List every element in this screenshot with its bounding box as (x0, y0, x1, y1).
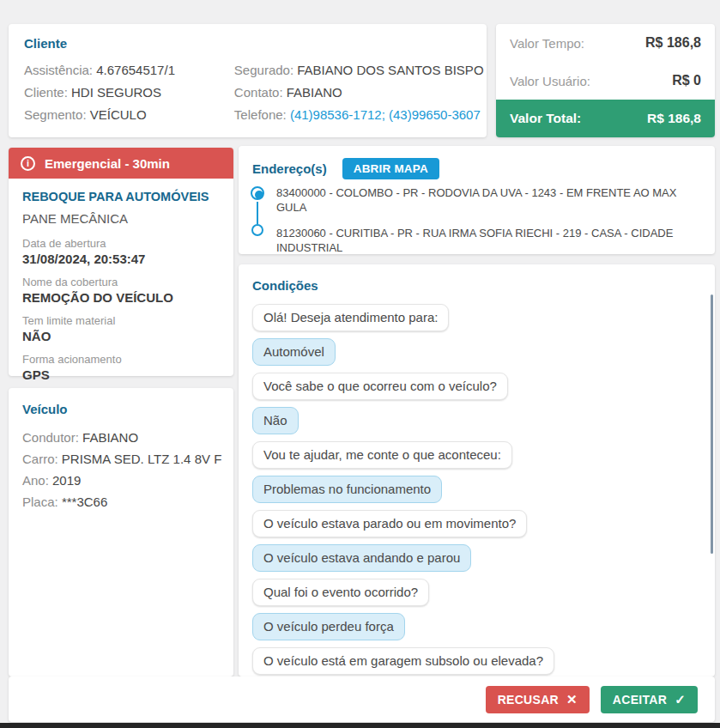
chat-user-message: O veículo perdeu força (252, 613, 405, 640)
client-name: HDI SEGUROS (71, 85, 161, 100)
check-icon: ✓ (675, 692, 686, 707)
time-value-row: Valor Tempo: R$ 186,8 (496, 24, 715, 62)
total-value: R$ 186,8 (647, 111, 701, 126)
car-year: 2019 (52, 473, 81, 488)
driver-row: Condutor: FABIANO (22, 427, 220, 448)
chat-user-message: Automóvel (252, 338, 336, 366)
client-card-title: Cliente (24, 36, 471, 51)
destination-address: 81230060 - CURITIBA - PR - RUA IRMA SOFI… (276, 226, 705, 255)
accept-button[interactable]: ACEITAR ✓ (601, 686, 698, 713)
activation-form: GPS (22, 367, 220, 382)
coverage-name-field: Nome da cobertura REMOÇÃO DO VEÍCULO (22, 276, 220, 305)
material-limit: NÃO (22, 329, 220, 343)
segment-row: Segmento: VEÍCULO (24, 104, 234, 126)
vehicle-card-title: Veículo (22, 402, 220, 416)
chat-bot-message: Você sabe o que ocorreu com o veículo? (252, 373, 508, 400)
chat-bot-message: O veículo está em garagem subsolo ou ele… (252, 647, 554, 675)
user-value-row: Valor Usuário: R$ 0 (496, 62, 715, 100)
values-card: Valor Tempo: R$ 186,8 Valor Usuário: R$ … (496, 24, 715, 137)
close-icon: ✕ (566, 692, 578, 707)
emergency-header: i Emergencial - 30min (9, 148, 233, 179)
user-value: R$ 0 (672, 73, 701, 88)
car-model: PRISMA SED. LTZ 1.4 8V F (62, 452, 221, 466)
bottom-window-edge (0, 723, 720, 728)
service-type: PANE MECÂNICA (22, 211, 220, 226)
addresses-title: Endereço(s) (252, 161, 327, 176)
opening-date: 31/08/2024, 20:53:47 (22, 252, 220, 266)
chat-user-message: Não (252, 407, 299, 434)
open-map-button[interactable]: ABRIR MAPA (342, 158, 439, 179)
chat-bot-message: Olá! Deseja atendimento para: (252, 304, 449, 331)
assistance-number-row: Assistência: 4.67654517/1 (24, 59, 234, 82)
car-plate: ***3C66 (62, 494, 107, 509)
chat-bot-message: Qual foi o evento ocorrido? (252, 579, 429, 606)
action-footer: RECUSAR ✕ ACEITAR ✓ (9, 676, 715, 722)
timeline-connector (257, 202, 258, 224)
chat-user-message: O veículo estava andando e parou (252, 544, 471, 572)
contact-row: Contato: FABIANO (234, 82, 471, 104)
phone-link[interactable]: (41)98536-1712; (43)99650-3607 (290, 107, 481, 122)
client-name-row: Cliente: HDI SEGUROS (24, 82, 234, 104)
segment: VEÍCULO (90, 107, 147, 122)
contact-name: FABIANO (287, 85, 342, 100)
phone-row: Telefone: (41)98536-1712; (43)99650-3607 (234, 104, 471, 126)
assistance-number: 4.67654517/1 (96, 63, 175, 77)
origin-address: 83400000 - COLOMBO - PR - RODOVIA DA UVA… (276, 185, 705, 215)
service-name: REBOQUE PARA AUTOMÓVEIS (22, 190, 220, 203)
conditions-title: Condições (252, 278, 701, 293)
chat-bot-message: Vou te ajudar, me conte o que aconteceu: (252, 441, 512, 469)
chat-bot-message: O veículo estava parado ou em movimento? (252, 510, 527, 537)
info-icon: i (21, 156, 35, 171)
conditions-card: Condições Olá! Deseja atendimento para: … (239, 264, 715, 676)
chat-scrollbar-thumb[interactable] (711, 294, 713, 554)
emergency-label: Emergencial - 30min (45, 156, 170, 171)
service-card: i Emergencial - 30min REBOQUE PARA AUTOM… (9, 148, 233, 376)
addresses-card: Endereço(s) ABRIR MAPA 83400000 - COLOMB… (239, 146, 715, 254)
client-card: Cliente Assistência: 4.67654517/1 Client… (9, 24, 487, 137)
insured-name: FABIANO DOS SANTOS BISPO (297, 63, 483, 77)
year-row: Ano: 2019 (22, 470, 220, 491)
driver-name: FABIANO (82, 430, 138, 445)
car-row: Carro: PRISMA SED. LTZ 1.4 8V F (22, 448, 220, 470)
vehicle-card: Veículo Condutor: FABIANO Carro: PRISMA … (9, 388, 233, 676)
material-limit-field: Tem limite material NÃO (22, 314, 220, 343)
plate-row: Placa: ***3C66 (22, 491, 220, 513)
insured-row: Segurado: FABIANO DOS SANTOS BISPO (234, 59, 471, 82)
destination-radio-icon[interactable] (251, 224, 263, 236)
chat-user-message: Problemas no funcionamento (252, 476, 442, 503)
coverage-name: REMOÇÃO DO VEÍCULO (22, 290, 220, 305)
activation-form-field: Forma acionamento GPS (22, 353, 220, 382)
origin-radio-selected-icon[interactable] (251, 186, 264, 200)
opening-date-field: Data de abertura 31/08/2024, 20:53:47 (22, 237, 220, 266)
time-value: R$ 186,8 (645, 35, 701, 51)
decline-button[interactable]: RECUSAR ✕ (486, 686, 590, 713)
total-value-row: Valor Total: R$ 186,8 (496, 100, 715, 137)
